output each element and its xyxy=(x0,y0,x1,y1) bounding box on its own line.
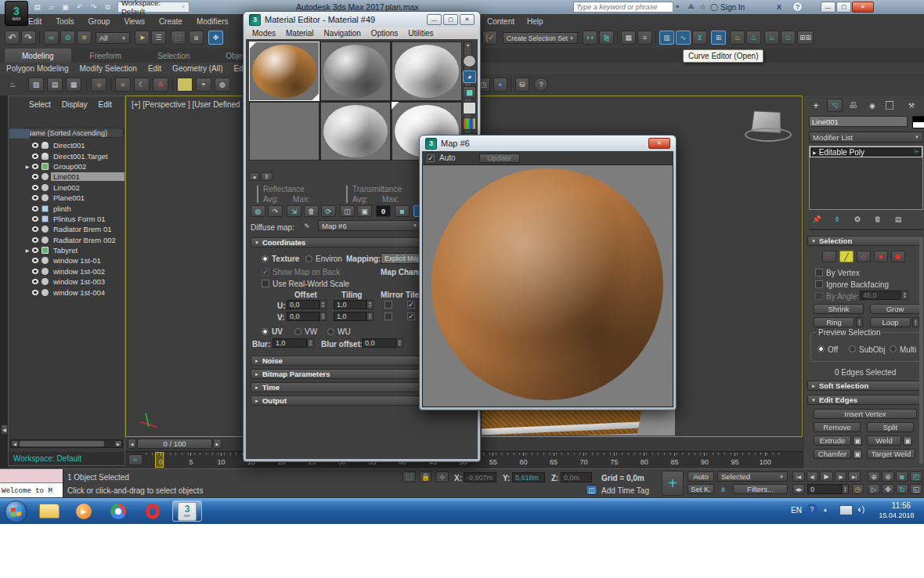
workspace-bar[interactable]: Workspace: Default xyxy=(9,452,125,465)
get-material-icon[interactable]: ◍ xyxy=(251,205,265,217)
zoom-icon[interactable]: ⊕ xyxy=(868,471,880,482)
expand-arrow-icon[interactable]: ▶ xyxy=(24,164,31,169)
blur-spinner[interactable] xyxy=(307,338,314,348)
3dsmax-logo[interactable]: 3 MAX xyxy=(5,1,28,26)
keylight-icon[interactable] xyxy=(177,78,193,92)
scene-object-row[interactable]: ▶ window 1st-003 xyxy=(24,276,125,287)
tray-network-icon[interactable] xyxy=(839,505,853,515)
visibility-eye-icon[interactable] xyxy=(31,215,40,222)
render-production-icon[interactable]: ♨ xyxy=(781,31,796,45)
viewport-label[interactable]: [+] [Perspective ] [User Defined ] [D xyxy=(132,100,254,109)
tray-volume-icon[interactable]: ◖) xyxy=(857,504,864,514)
visibility-eye-icon[interactable] xyxy=(31,268,40,275)
object-name-field[interactable] xyxy=(809,116,908,127)
new-file-icon[interactable]: ▤ xyxy=(31,2,43,13)
scene-object-row[interactable]: ▶ window 1st-004 xyxy=(24,287,125,297)
scroll-right-icon[interactable]: ▶ xyxy=(114,440,122,447)
make-unique-material-icon[interactable]: ⟳ xyxy=(321,205,336,217)
filters-button[interactable]: Filters... xyxy=(733,484,788,494)
previous-frame-icon[interactable]: ◀| xyxy=(807,471,818,482)
ribbon-section-label[interactable]: Geometry (All) xyxy=(172,64,222,73)
menu-item[interactable]: Tools xyxy=(56,17,74,26)
by-angle-spinner[interactable] xyxy=(901,291,908,300)
object-name-label[interactable]: Tabyret xyxy=(51,246,125,255)
subobject-polygon-icon[interactable]: ■ xyxy=(874,251,888,262)
next-frame-icon[interactable]: |▶ xyxy=(835,471,846,482)
loop-spinner[interactable] xyxy=(912,317,919,327)
tray-help-icon[interactable]: ? xyxy=(807,504,818,515)
put-to-scene-icon[interactable]: ↷ xyxy=(268,205,283,217)
moon-icon[interactable]: ☾ xyxy=(134,78,150,92)
u-mirror-checkbox[interactable] xyxy=(384,301,392,309)
key-filters-icon[interactable]: ⋔ xyxy=(717,484,729,494)
sample-uv-tiling-icon[interactable] xyxy=(463,102,476,114)
me-maximize-button[interactable]: ▢ xyxy=(443,14,458,25)
blue-sphere-icon[interactable]: ● xyxy=(493,78,507,92)
slot-nav-left-icon[interactable]: ◀ xyxy=(249,172,259,181)
expand-arrow-icon[interactable]: ▶ xyxy=(24,247,31,253)
ribbon-tab[interactable]: Freeform xyxy=(73,49,139,63)
u-tiling-spinner[interactable] xyxy=(366,300,374,309)
bind-to-space-warp-icon[interactable]: ≋ xyxy=(77,31,92,45)
scene-object-row[interactable]: ▶ window 1st-002 xyxy=(24,266,125,276)
render-teapot-icon[interactable]: ♨ xyxy=(5,78,20,92)
selected-filter-dropdown[interactable]: Selected xyxy=(717,471,788,482)
u-tile-checkbox[interactable] xyxy=(407,301,415,309)
scene-object-row[interactable]: ▶ Line002 xyxy=(24,182,125,193)
modifier-stack-row[interactable]: ▶ Editable Poly ⌲ xyxy=(810,146,922,157)
set-key-button[interactable]: Set K. xyxy=(688,484,714,494)
scene-object-row[interactable]: ▶ Tabyret xyxy=(24,245,125,255)
object-color-swatch[interactable] xyxy=(912,116,924,128)
scroll-up-icon[interactable]: ▲ xyxy=(464,42,471,47)
tab-modify-icon[interactable]: ◹ xyxy=(827,99,843,112)
canister-icon[interactable]: ⛁ xyxy=(515,78,529,92)
dome-light-icon[interactable]: ◓ xyxy=(196,78,211,92)
v-tiling-spinner[interactable] xyxy=(366,312,374,321)
save-material-icon[interactable]: ◫ xyxy=(340,205,355,217)
visibility-eye-icon[interactable] xyxy=(31,184,40,191)
v-offset-spinner[interactable] xyxy=(319,312,327,321)
target-weld-button[interactable]: Target Weld xyxy=(867,449,915,459)
texture-radio[interactable] xyxy=(262,255,269,262)
object-name-label[interactable]: window 1st-01 xyxy=(51,256,125,265)
exchange-icon[interactable]: X xyxy=(774,2,785,12)
close-button[interactable]: ✕ xyxy=(852,2,874,13)
favorites-star-icon[interactable]: ☆ xyxy=(698,2,708,12)
menu-item[interactable]: Content xyxy=(487,17,514,26)
create-selection-set-dropdown[interactable]: Create Selection Set xyxy=(503,32,578,44)
remove-modifier-icon[interactable]: 🗑 xyxy=(870,213,886,225)
preview-off-radio[interactable] xyxy=(818,345,825,352)
assign-to-selection-icon[interactable]: ⇲ xyxy=(287,205,301,217)
visibility-eye-icon[interactable] xyxy=(31,247,40,254)
weld-settings-icon[interactable]: ▣ xyxy=(903,435,912,446)
zoom-extents-icon[interactable]: ◙ xyxy=(896,471,908,482)
current-frame-spinner[interactable] xyxy=(842,484,849,494)
named-selection-sets-icon[interactable]: {✓ xyxy=(482,31,497,45)
render-setup-icon[interactable]: ♨ xyxy=(746,31,761,45)
open-file-icon[interactable]: ▱ xyxy=(45,2,57,13)
absolute-mode-icon[interactable]: ⊹ xyxy=(435,471,449,482)
time-configuration-icon[interactable]: ◷ xyxy=(852,484,864,494)
current-frame-field[interactable]: 0 xyxy=(807,484,842,494)
scene-object-row[interactable]: ▶ plinth xyxy=(24,203,125,213)
key-mode-toggle-icon[interactable]: ◀▶ xyxy=(792,484,805,494)
redo-scene-icon[interactable]: ↷ xyxy=(21,31,36,45)
select-and-link-icon[interactable]: ∞ xyxy=(44,31,59,45)
subobject-element-icon[interactable]: ⬢ xyxy=(891,251,905,262)
rendered-frame-window-icon[interactable]: ♨ xyxy=(764,31,779,45)
zoom-all-icon[interactable]: ⊛ xyxy=(882,471,894,482)
object-name-label[interactable]: Direct001.Target xyxy=(51,152,125,161)
visibility-eye-icon[interactable] xyxy=(31,142,40,149)
split-button[interactable]: Split xyxy=(867,422,914,432)
environ-radio[interactable] xyxy=(305,255,312,262)
z-coord-field[interactable]: 0,0m xyxy=(561,472,592,482)
maxscript-macro-pane[interactable] xyxy=(0,469,63,483)
go-to-end-icon[interactable]: ▶| xyxy=(848,471,861,482)
backlight-icon[interactable]: ◕ xyxy=(463,70,476,83)
material-editor-menu-item[interactable]: Navigation xyxy=(324,29,361,38)
blur-field[interactable]: 1,0 xyxy=(273,338,307,348)
by-angle-field[interactable]: 45,0 xyxy=(860,291,901,300)
selection-filter-dropdown[interactable]: All xyxy=(96,32,130,44)
extrude-button[interactable]: Extrude xyxy=(814,435,851,446)
object-name-label[interactable]: window 1st-003 xyxy=(51,277,125,286)
